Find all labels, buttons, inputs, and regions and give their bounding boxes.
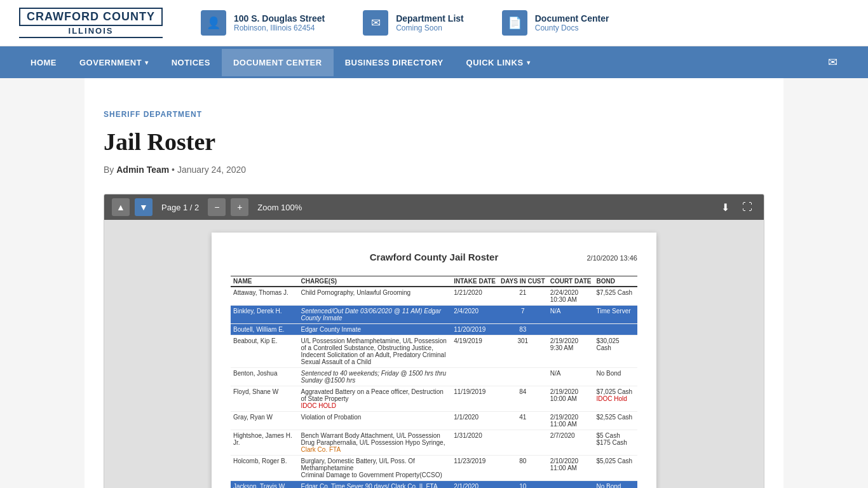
cell-court: 2/24/202010:30 AM [548, 287, 594, 306]
post-meta: By Admin Team • January 24, 2020 [104, 165, 764, 175]
pdf-doc-title: Crawford County Jail Roster [332, 252, 536, 262]
table-row: Gray, Ryan WViolation of Probation1/1/20… [231, 412, 637, 430]
address-icon: 👤 [201, 10, 226, 36]
cell-bond: $30,025 Cash [593, 336, 637, 368]
doc-center-text: Document Center County Docs [535, 13, 609, 32]
cell-court: N/A [548, 306, 594, 324]
cell-bond: $7,525 Cash [593, 287, 637, 306]
pdf-zoom-in-btn[interactable]: + [231, 198, 248, 216]
table-row: Beabout, Kip E.U/L Possession Methamphet… [231, 336, 637, 368]
cell-bond: No Bond [593, 481, 637, 489]
cell-name: Boutell, William E. [231, 324, 298, 336]
cell-days: 83 [498, 324, 548, 336]
cell-name: Jackson, Travis W. [231, 481, 298, 489]
cell-days [498, 368, 548, 386]
dept-list-sub: Coming Soon [396, 24, 464, 32]
pdf-toolbar: ▲ ▼ Page 1 / 2 − + Zoom 100% ⬇ ⛶ [104, 194, 764, 220]
col-header-charges: CHARGE(S) [298, 276, 451, 287]
cell-days: 41 [498, 412, 548, 430]
pdf-prev-btn[interactable]: ▲ [112, 198, 130, 216]
pdf-table: NAME CHARGE(S) INTAKE DATE DAYS IN CUST … [231, 276, 637, 488]
address-line2: Robinson, Illinois 62454 [234, 24, 325, 32]
chevron-down-icon-2: ▾ [527, 59, 531, 66]
cell-court [548, 481, 594, 489]
pdf-page-info: Page 1 / 2 [158, 203, 203, 212]
cell-bond: Time Server [593, 306, 637, 324]
cell-days: 301 [498, 336, 548, 368]
cell-days: 84 [498, 386, 548, 412]
cell-intake: 4/19/2019 [451, 336, 498, 368]
pdf-zoom-out-btn[interactable]: − [208, 198, 226, 216]
cell-court: 2/7/2020 [548, 430, 594, 456]
nav-government[interactable]: GOVERNMENT ▾ [68, 49, 160, 76]
pdf-next-btn[interactable]: ▼ [135, 198, 153, 216]
pdf-viewer: ▲ ▼ Page 1 / 2 − + Zoom 100% ⬇ ⛶ Crawfor… [104, 194, 764, 488]
col-header-bond: BOND [593, 276, 637, 287]
cell-name: Hightshoe, James H. Jr. [231, 430, 298, 456]
logo[interactable]: CRAWFORD COUNTY ILLINOIS [19, 8, 163, 38]
page-content: SHERIFF DEPARTMENT Jail Roster By Admin … [85, 78, 783, 488]
pdf-content: Crawford County Jail Roster 2/10/2020 13… [104, 220, 764, 488]
cell-charges: U/L Possession Methamphetamine, U/L Poss… [298, 336, 451, 368]
post-date: January 24, 2020 [177, 165, 246, 175]
col-header-days: DAYS IN CUST [498, 276, 548, 287]
dept-list-label: Department List [396, 13, 464, 24]
table-row: Benton, JoshuaSentenced to 40 weekends; … [231, 368, 637, 386]
cell-intake: 1/1/2020 [451, 412, 498, 430]
pdf-zoom-level: Zoom 100% [254, 203, 306, 212]
doc-center-label: Document Center [535, 13, 609, 24]
cell-charges: Edgar Co. Time Sever 90 days/ Clark Co. … [298, 481, 451, 489]
nav-mail-icon[interactable]: ✉ [817, 46, 849, 78]
cell-days: 80 [498, 456, 548, 481]
page-title: Jail Roster [104, 128, 764, 156]
cell-bond: $5,025 Cash [593, 456, 637, 481]
cell-intake: 1/21/2020 [451, 287, 498, 306]
cell-intake [451, 368, 498, 386]
cell-court: 2/10/202011:00 AM [548, 456, 594, 481]
department-breadcrumb: SHERIFF DEPARTMENT [104, 110, 764, 119]
nav-notices[interactable]: NOTICES [160, 49, 222, 76]
doc-center-sub: County Docs [535, 24, 609, 32]
nav-business-directory[interactable]: BUSINESS DIRECTORY [334, 49, 455, 76]
nav-quick-links[interactable]: QUICK LINKS ▾ [455, 49, 542, 76]
nav-document-center[interactable]: DOCUMENT CENTER [222, 49, 334, 76]
col-header-name: NAME [231, 276, 298, 287]
table-row: Boutell, William E.Edgar County Inmate11… [231, 324, 637, 336]
cell-name: Benton, Joshua [231, 368, 298, 386]
cell-bond: $7,025 CashIDOC Hold [593, 386, 637, 412]
logo-state: ILLINOIS [19, 26, 163, 38]
cell-intake: 11/23/2019 [451, 456, 498, 481]
pdf-fullscreen-btn[interactable]: ⛶ [738, 199, 756, 215]
cell-charges: Sentenced to 40 weekends; Friday @ 1500 … [298, 368, 451, 386]
cell-court: 2/19/202010:00 AM [548, 386, 594, 412]
col-header-intake: INTAKE DATE [451, 276, 498, 287]
table-row: Holcomb, Roger B.Burglary, Domestic Batt… [231, 456, 637, 481]
logo-county: CRAWFORD COUNTY [19, 8, 163, 26]
col-header-court: COURT DATE [548, 276, 594, 287]
cell-court: 2/19/202011:00 AM [548, 412, 594, 430]
cell-bond [593, 324, 637, 336]
author-name: Admin Team [116, 165, 169, 175]
cell-court: 2/19/20209:30 AM [548, 336, 594, 368]
cell-charges: Bench Warrant Body Attachment, U/L Posse… [298, 430, 451, 456]
top-header: CRAWFORD COUNTY ILLINOIS 👤 100 S. Dougla… [0, 0, 868, 46]
table-header-row: NAME CHARGE(S) INTAKE DATE DAYS IN CUST … [231, 276, 637, 287]
cell-intake: 2/1/2020 [451, 481, 498, 489]
cell-court [548, 324, 594, 336]
cell-name: Holcomb, Roger B. [231, 456, 298, 481]
address-group: 👤 100 S. Douglas Street Robinson, Illino… [201, 10, 325, 36]
cell-name: Binkley, Derek H. [231, 306, 298, 324]
cell-name: Gray, Ryan W [231, 412, 298, 430]
cell-charges: Aggravated Battery on a Peace officer, D… [298, 386, 451, 412]
cell-charges: Sentenced/Out Date 03/06/2020 @ 11 AM) E… [298, 306, 451, 324]
nav-home[interactable]: HOME [19, 49, 68, 76]
cell-intake: 2/4/2020 [451, 306, 498, 324]
doc-icon: 📄 [502, 10, 527, 36]
doc-center-group: 📄 Document Center County Docs [502, 10, 609, 36]
chevron-down-icon: ▾ [145, 59, 149, 66]
address-text: 100 S. Douglas Street Robinson, Illinois… [234, 13, 325, 32]
cell-name: Attaway, Thomas J. [231, 287, 298, 306]
cell-name: Beabout, Kip E. [231, 336, 298, 368]
pdf-download-btn[interactable]: ⬇ [717, 199, 733, 216]
table-row: Attaway, Thomas J.Child Pornography, Unl… [231, 287, 637, 306]
